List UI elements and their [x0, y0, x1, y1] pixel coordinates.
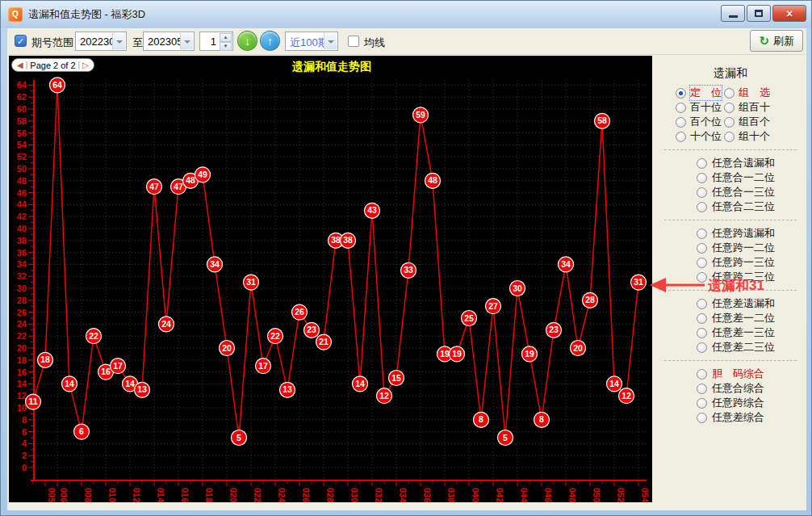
svg-text:028: 028	[325, 488, 335, 502]
minimize-button[interactable]	[721, 5, 745, 22]
close-button[interactable]: ×	[772, 5, 806, 22]
svg-text:48: 48	[186, 175, 195, 185]
radio-group: 胆 码综合任意合综合任意跨综合任意差综合	[656, 367, 805, 425]
radio-option[interactable]: 任意差综合	[697, 410, 764, 425]
svg-text:014: 014	[156, 488, 165, 502]
panel-title: 遗漏和	[656, 56, 805, 81]
pager-prev-icon[interactable]: ◀	[17, 61, 23, 69]
radio-option[interactable]: 任意跨一二位	[697, 241, 775, 255]
window-title: 遗漏和值走势图 - 福彩3D	[28, 7, 145, 22]
radio-option[interactable]: 任意跨二三位	[697, 270, 775, 284]
radio-option[interactable]: 任意差一三位	[697, 325, 775, 340]
svg-text:5: 5	[503, 433, 508, 443]
radio-option[interactable]: 任意跨遗漏和	[697, 226, 775, 241]
pager-next-icon[interactable]: ▷	[82, 61, 89, 69]
data-point-marker: 25	[462, 311, 477, 326]
data-point-marker: 34	[559, 257, 574, 272]
page-up-button[interactable]: ↑	[260, 31, 280, 51]
range-from-combobox[interactable]: 2022306	[75, 31, 127, 51]
radio-icon	[697, 398, 707, 409]
chevron-down-icon[interactable]	[324, 33, 337, 49]
svg-text:18: 18	[40, 354, 50, 364]
svg-text:046: 046	[543, 488, 553, 502]
radio-option[interactable]: 胆 码综合	[697, 367, 764, 381]
data-point-marker: 27	[486, 299, 501, 314]
svg-text:13: 13	[283, 384, 292, 394]
position-radio-group: 定 位组 选百十位组百十百个位组百个十个位组十个	[656, 86, 805, 144]
data-point-marker: 19	[522, 346, 538, 362]
svg-text:58: 58	[17, 116, 27, 126]
svg-text:26: 26	[295, 307, 304, 317]
radio-group: 任意差遗漏和任意差一二位任意差一三位任意差二三位	[656, 296, 805, 354]
radio-icon	[697, 173, 707, 183]
svg-text:042: 042	[495, 488, 504, 502]
radio-option[interactable]: 任意跨综合	[697, 396, 764, 410]
svg-text:010: 010	[107, 488, 117, 502]
svg-text:024: 024	[277, 488, 287, 502]
refresh-icon: ↻	[759, 34, 769, 48]
data-point-marker: 49	[195, 167, 211, 182]
radio-option[interactable]: 十个位	[656, 129, 724, 144]
step-spinner[interactable]: 1 ▲ ▼	[199, 31, 233, 51]
radio-option[interactable]: 任意合一三位	[697, 185, 775, 199]
radio-label: 百个位	[690, 115, 722, 129]
radio-option[interactable]: 任意差一二位	[697, 311, 775, 325]
radio-option[interactable]: 任意差遗漏和	[697, 296, 775, 311]
data-point-marker: 11	[26, 394, 41, 409]
step-value: 1	[211, 36, 216, 48]
radio-option[interactable]: 任意合一二位	[697, 170, 775, 185]
radio-option[interactable]: 定 位	[656, 86, 724, 100]
refresh-button[interactable]: ↻ 刷新	[750, 30, 803, 52]
pager-label: Page 2 of 2	[30, 61, 75, 70]
minimize-icon	[729, 15, 738, 18]
radio-option[interactable]: 组百个	[724, 115, 770, 129]
svg-text:30: 30	[513, 283, 522, 293]
radio-option[interactable]: 组 选	[724, 86, 770, 100]
app-icon: Q	[8, 7, 23, 22]
data-point-marker: 5	[498, 430, 513, 446]
svg-text:59: 59	[416, 110, 425, 120]
svg-text:17: 17	[258, 361, 268, 371]
svg-text:040: 040	[471, 488, 480, 502]
spin-down-icon[interactable]: ▼	[220, 42, 232, 51]
radio-option[interactable]: 任意合二三位	[697, 199, 775, 214]
radio-option[interactable]: 任意差二三位	[697, 340, 775, 354]
radio-label: 任意差一三位	[712, 325, 775, 340]
range-to-combobox[interactable]: 2023054	[143, 31, 195, 51]
period-range-checkbox[interactable]: ✓	[15, 35, 27, 47]
spin-up-icon[interactable]: ▲	[220, 33, 232, 42]
svg-text:22: 22	[270, 331, 280, 341]
window-controls: ×	[719, 5, 806, 22]
recent-periods-combobox[interactable]: 近100期	[285, 31, 338, 51]
svg-text:62: 62	[17, 92, 27, 102]
chevron-down-icon[interactable]	[112, 33, 125, 49]
radio-label: 任意合遗漏和	[712, 156, 775, 170]
radio-label: 任意跨二三位	[712, 270, 775, 284]
svg-text:26: 26	[17, 308, 27, 317]
moving-average-checkbox[interactable]	[348, 36, 359, 47]
data-point-marker: 19	[450, 346, 465, 362]
radio-option[interactable]: 百十位	[656, 100, 724, 115]
chevron-down-icon[interactable]	[180, 33, 193, 49]
svg-text:22: 22	[89, 331, 98, 341]
radio-option[interactable]: 百个位	[656, 115, 724, 129]
data-point-marker: 33	[401, 262, 416, 278]
svg-text:19: 19	[440, 349, 450, 359]
radio-icon	[724, 117, 735, 128]
radio-option[interactable]: 任意合遗漏和	[697, 156, 775, 170]
page-down-button[interactable]: ↓	[237, 31, 257, 51]
radio-icon	[724, 132, 735, 142]
radio-icon	[676, 103, 686, 113]
radio-label: 组 选	[739, 86, 770, 100]
svg-text:5: 5	[236, 433, 241, 443]
radio-option[interactable]: 组百十	[724, 100, 770, 115]
radio-icon	[697, 313, 707, 324]
radio-icon	[697, 243, 707, 254]
radio-option[interactable]: 任意跨一三位	[697, 255, 775, 270]
maximize-button[interactable]	[747, 5, 771, 22]
data-point-marker: 18	[38, 352, 53, 367]
radio-icon	[676, 132, 686, 142]
radio-option[interactable]: 组十个	[724, 129, 770, 144]
svg-text:16: 16	[101, 367, 111, 376]
radio-option[interactable]: 任意合综合	[697, 381, 764, 396]
